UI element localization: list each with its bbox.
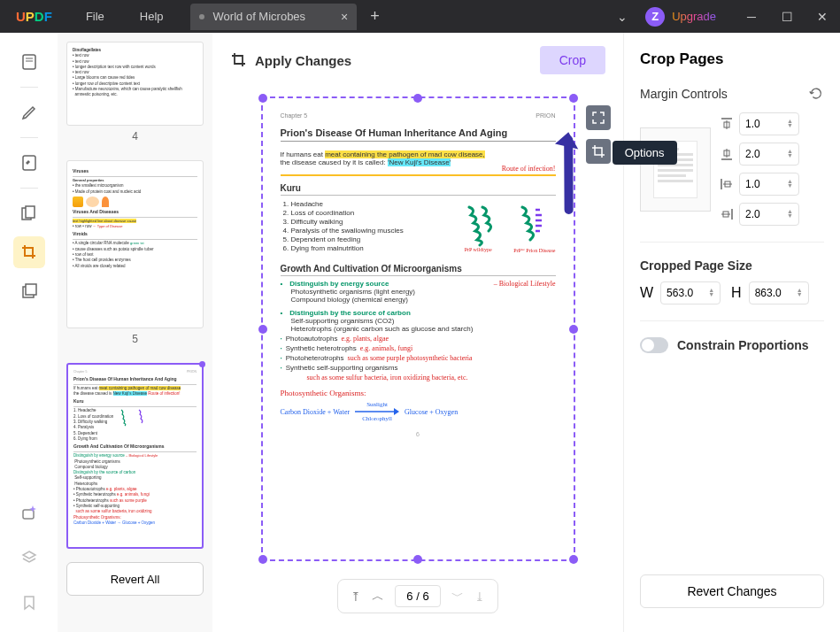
crop-handle-bm[interactable] — [413, 555, 422, 564]
protein-disease-icon — [513, 203, 549, 247]
pages-icon — [20, 204, 38, 222]
chevron-down-icon[interactable]: ⌄ — [617, 10, 628, 24]
margin-bottom-icon — [720, 147, 734, 161]
crop-handle-tr[interactable] — [569, 94, 578, 103]
tool-bookmark[interactable] — [13, 587, 45, 619]
new-tab-button[interactable]: + — [370, 7, 380, 26]
heading-kuru: Kuru — [281, 183, 556, 196]
thumbnail-page-6[interactable]: Chapter 5PRION Prion's Disease Of Human … — [66, 363, 204, 549]
revert-changes-button[interactable]: Revert Changes — [640, 574, 824, 608]
spinner-icon[interactable]: ▲▼ — [787, 119, 793, 128]
reset-icon[interactable] — [808, 86, 824, 102]
crop-icon — [20, 243, 38, 261]
spinner-icon[interactable]: ▲▼ — [787, 180, 793, 189]
panel-title: Crop Pages — [640, 50, 824, 68]
arrow-right-icon — [355, 408, 399, 415]
tool-ai[interactable] — [13, 497, 45, 528]
app-logo: UPDF — [0, 9, 68, 24]
thumb-label-4: 4 — [66, 130, 204, 143]
margin-right-input[interactable]: ▲▼ — [739, 203, 799, 226]
tab-indicator-icon — [199, 14, 204, 19]
crop-handle-rm[interactable] — [569, 325, 578, 334]
width-input[interactable]: ▲▼ — [660, 281, 721, 304]
tool-edit[interactable] — [13, 147, 45, 179]
titlebar: UPDF File Help World of Microbes × + ⌄ Z… — [0, 0, 840, 33]
margin-right-icon — [720, 207, 734, 221]
width-label: W — [640, 285, 653, 301]
margin-top-icon — [720, 117, 734, 131]
close-tab-icon[interactable]: × — [341, 10, 348, 24]
spinner-icon[interactable]: ▲▼ — [797, 289, 803, 297]
margin-preview — [640, 127, 711, 212]
height-label: H — [731, 285, 742, 301]
crop-header-icon — [230, 51, 248, 69]
crop-handle-tm[interactable] — [413, 94, 422, 103]
crop-handle-br[interactable] — [569, 555, 578, 564]
nav-next-button[interactable]: ﹀ — [451, 589, 464, 605]
tool-watermark[interactable] — [13, 275, 45, 307]
svg-rect-7 — [26, 284, 36, 295]
margin-bottom-input[interactable]: ▲▼ — [739, 143, 799, 166]
nav-last-button[interactable]: ⤓ — [474, 590, 485, 604]
close-window-button[interactable]: ✕ — [805, 0, 840, 33]
margin-top-input[interactable]: ▲▼ — [739, 112, 799, 135]
crop-handle-tl[interactable] — [258, 94, 267, 103]
page-navigation: ⤒ ︿ 6 / 6 ﹀ ⤓ — [337, 579, 497, 613]
heading-growth: Growth And Cultivation Of Microorganisms — [281, 264, 556, 276]
left-toolbar — [0, 33, 58, 632]
thumbnail-page-4[interactable]: Dinoflagellates• text row• text row• lon… — [66, 42, 204, 126]
edit-page-icon — [20, 154, 38, 172]
ai-sparkle-icon — [19, 503, 39, 522]
tool-organize[interactable] — [13, 197, 45, 229]
margin-controls-label: Margin Controls — [640, 87, 728, 101]
thumb-label-5: 5 — [66, 333, 204, 345]
tool-layers[interactable] — [13, 542, 45, 574]
crop-panel: Crop Pages Margin Controls ▲▼ ▲▼ — [623, 33, 840, 632]
margin-left-input[interactable]: ▲▼ — [739, 173, 799, 196]
nav-first-button[interactable]: ⤒ — [351, 590, 361, 604]
heading-prion: Prion's Disease Of Human Inheritance And… — [281, 127, 556, 142]
crop-handle-lm[interactable] — [258, 325, 267, 334]
menu-file[interactable]: File — [68, 10, 122, 23]
margin-left-icon — [720, 177, 734, 191]
page-icon — [20, 53, 38, 71]
fit-button[interactable] — [586, 105, 611, 130]
crop-button[interactable]: Crop — [540, 46, 605, 74]
maximize-button[interactable]: ☐ — [769, 0, 805, 33]
cropped-size-label: Cropped Page Size — [640, 258, 824, 273]
canvas-area: Apply Changes Crop Chapter 5PRION Prion'… — [212, 33, 623, 632]
height-input[interactable]: ▲▼ — [749, 281, 809, 304]
upgrade-button[interactable]: Upgrade — [672, 10, 716, 23]
constrain-toggle[interactable] — [640, 337, 668, 353]
tab-title: World of Microbes — [213, 10, 306, 23]
svg-rect-0 — [23, 55, 35, 69]
layers-icon — [20, 549, 38, 566]
thumbnail-panel: Dinoflagellates• text row• text row• lon… — [58, 33, 212, 632]
tool-comment[interactable] — [13, 96, 45, 128]
minimize-button[interactable]: ─ — [734, 0, 769, 33]
tool-crop[interactable] — [13, 236, 45, 268]
expand-icon — [591, 111, 605, 125]
svg-rect-8 — [23, 510, 34, 519]
document-tab[interactable]: World of Microbes × — [190, 4, 358, 30]
spinner-icon[interactable]: ▲▼ — [787, 210, 793, 219]
protein-wildtype-icon — [460, 203, 496, 247]
pencil-icon — [20, 104, 38, 121]
menu-help[interactable]: Help — [122, 10, 181, 23]
crop-handle-bl[interactable] — [258, 555, 267, 564]
svg-rect-5 — [26, 206, 35, 218]
revert-all-button[interactable]: Revert All — [66, 562, 204, 596]
stack-icon — [20, 282, 38, 300]
spinner-icon[interactable]: ▲▼ — [787, 150, 793, 158]
options-tooltip: Options — [613, 141, 677, 165]
nav-prev-button[interactable]: ︿ — [372, 589, 384, 605]
canvas-title: Apply Changes — [255, 53, 351, 68]
thumbnail-page-5[interactable]: Viruses General properties • the smalles… — [66, 160, 204, 328]
bookmark-icon — [20, 594, 38, 612]
avatar[interactable]: Z — [645, 7, 665, 27]
tool-reader[interactable] — [13, 46, 45, 78]
spinner-icon[interactable]: ▲▼ — [708, 289, 714, 297]
constrain-label: Constrain Proportions — [677, 338, 809, 352]
page-indicator[interactable]: 6 / 6 — [395, 585, 440, 607]
